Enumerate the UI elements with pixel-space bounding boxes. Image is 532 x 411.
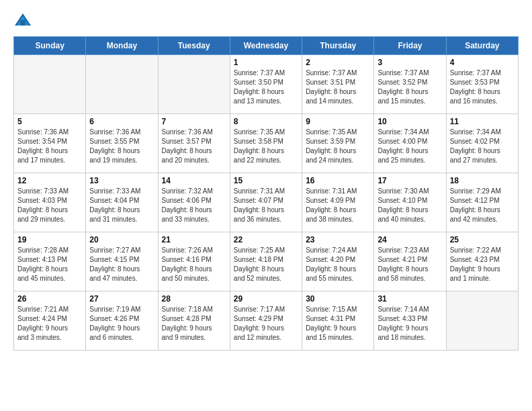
day-number: 12 bbox=[17, 176, 82, 185]
calendar-cell: 12Sunrise: 7:33 AMSunset: 4:03 PMDayligh… bbox=[14, 173, 86, 232]
day-number: 27 bbox=[89, 294, 154, 304]
calendar-cell: 28Sunrise: 7:18 AMSunset: 4:28 PMDayligh… bbox=[158, 291, 230, 351]
calendar-cell: 11Sunrise: 7:34 AMSunset: 4:02 PMDayligh… bbox=[446, 114, 518, 173]
day-info: Sunrise: 7:33 AMSunset: 4:04 PMDaylight:… bbox=[89, 187, 154, 224]
calendar-cell: 10Sunrise: 7:34 AMSunset: 4:00 PMDayligh… bbox=[374, 114, 446, 173]
day-info: Sunrise: 7:28 AMSunset: 4:13 PMDaylight:… bbox=[17, 246, 82, 283]
day-info: Sunrise: 7:29 AMSunset: 4:12 PMDaylight:… bbox=[450, 187, 515, 224]
day-info: Sunrise: 7:31 AMSunset: 4:07 PMDaylight:… bbox=[234, 187, 298, 224]
day-info: Sunrise: 7:34 AMSunset: 4:02 PMDaylight:… bbox=[450, 128, 515, 165]
day-number: 13 bbox=[89, 176, 154, 185]
calendar-cell bbox=[446, 291, 518, 351]
day-info: Sunrise: 7:19 AMSunset: 4:26 PMDaylight:… bbox=[89, 305, 154, 342]
day-info: Sunrise: 7:37 AMSunset: 3:51 PMDaylight:… bbox=[306, 68, 370, 106]
day-info: Sunrise: 7:33 AMSunset: 4:03 PMDaylight:… bbox=[17, 187, 82, 224]
day-number: 18 bbox=[450, 176, 515, 185]
calendar-cell: 29Sunrise: 7:17 AMSunset: 4:29 PMDayligh… bbox=[230, 291, 302, 351]
day-number: 22 bbox=[234, 235, 298, 244]
calendar-cell: 24Sunrise: 7:23 AMSunset: 4:21 PMDayligh… bbox=[374, 232, 446, 291]
calendar-cell: 26Sunrise: 7:21 AMSunset: 4:24 PMDayligh… bbox=[14, 291, 86, 351]
calendar-cell: 23Sunrise: 7:24 AMSunset: 4:20 PMDayligh… bbox=[302, 232, 374, 291]
calendar-cell: 15Sunrise: 7:31 AMSunset: 4:07 PMDayligh… bbox=[230, 173, 302, 232]
calendar-cell bbox=[86, 55, 158, 114]
calendar-week-2: 5Sunrise: 7:36 AMSunset: 3:54 PMDaylight… bbox=[14, 114, 519, 173]
day-info: Sunrise: 7:17 AMSunset: 4:29 PMDaylight:… bbox=[234, 305, 298, 342]
day-number: 19 bbox=[17, 235, 82, 244]
day-of-week-friday: Friday bbox=[374, 37, 446, 55]
day-info: Sunrise: 7:35 AMSunset: 3:59 PMDaylight:… bbox=[306, 128, 370, 165]
svg-rect-2 bbox=[20, 20, 26, 26]
day-info: Sunrise: 7:21 AMSunset: 4:24 PMDaylight:… bbox=[17, 305, 82, 342]
day-number: 11 bbox=[450, 117, 515, 126]
calendar-cell: 31Sunrise: 7:14 AMSunset: 4:33 PMDayligh… bbox=[374, 291, 446, 351]
day-number: 1 bbox=[234, 58, 298, 67]
day-number: 14 bbox=[162, 176, 226, 185]
day-info: Sunrise: 7:37 AMSunset: 3:52 PMDaylight:… bbox=[378, 68, 442, 106]
day-number: 3 bbox=[378, 58, 442, 67]
calendar-cell: 21Sunrise: 7:26 AMSunset: 4:16 PMDayligh… bbox=[158, 232, 230, 291]
day-info: Sunrise: 7:37 AMSunset: 3:53 PMDaylight:… bbox=[450, 68, 515, 106]
day-number: 5 bbox=[17, 117, 82, 126]
day-info: Sunrise: 7:32 AMSunset: 4:06 PMDaylight:… bbox=[162, 187, 226, 224]
day-number: 4 bbox=[450, 58, 515, 67]
calendar-cell: 30Sunrise: 7:15 AMSunset: 4:31 PMDayligh… bbox=[302, 291, 374, 351]
day-info: Sunrise: 7:36 AMSunset: 3:57 PMDaylight:… bbox=[162, 128, 226, 165]
day-info: Sunrise: 7:35 AMSunset: 3:58 PMDaylight:… bbox=[234, 128, 298, 165]
calendar-cell bbox=[14, 55, 86, 114]
calendar: SundayMondayTuesdayWednesdayThursdayFrid… bbox=[13, 36, 519, 351]
day-number: 2 bbox=[306, 58, 370, 67]
day-number: 25 bbox=[450, 235, 515, 244]
header bbox=[13, 11, 519, 30]
calendar-cell: 18Sunrise: 7:29 AMSunset: 4:12 PMDayligh… bbox=[446, 173, 518, 232]
calendar-cell: 8Sunrise: 7:35 AMSunset: 3:58 PMDaylight… bbox=[230, 114, 302, 173]
day-info: Sunrise: 7:15 AMSunset: 4:31 PMDaylight:… bbox=[306, 305, 370, 342]
day-number: 31 bbox=[378, 294, 442, 304]
day-of-week-saturday: Saturday bbox=[446, 37, 518, 55]
day-info: Sunrise: 7:31 AMSunset: 4:09 PMDaylight:… bbox=[306, 187, 370, 224]
calendar-week-5: 26Sunrise: 7:21 AMSunset: 4:24 PMDayligh… bbox=[14, 291, 519, 351]
calendar-cell: 14Sunrise: 7:32 AMSunset: 4:06 PMDayligh… bbox=[158, 173, 230, 232]
day-number: 9 bbox=[306, 117, 370, 126]
calendar-week-1: 1Sunrise: 7:37 AMSunset: 3:50 PMDaylight… bbox=[14, 55, 519, 114]
day-of-week-tuesday: Tuesday bbox=[158, 37, 230, 55]
day-info: Sunrise: 7:24 AMSunset: 4:20 PMDaylight:… bbox=[306, 246, 370, 283]
day-number: 23 bbox=[306, 235, 370, 244]
day-number: 28 bbox=[162, 294, 226, 304]
calendar-week-4: 19Sunrise: 7:28 AMSunset: 4:13 PMDayligh… bbox=[14, 232, 519, 291]
day-number: 17 bbox=[378, 176, 442, 185]
day-number: 30 bbox=[306, 294, 370, 304]
calendar-cell: 13Sunrise: 7:33 AMSunset: 4:04 PMDayligh… bbox=[86, 173, 158, 232]
calendar-cell: 6Sunrise: 7:36 AMSunset: 3:55 PMDaylight… bbox=[86, 114, 158, 173]
calendar-cell: 25Sunrise: 7:22 AMSunset: 4:23 PMDayligh… bbox=[446, 232, 518, 291]
day-info: Sunrise: 7:23 AMSunset: 4:21 PMDaylight:… bbox=[378, 246, 442, 283]
calendar-cell: 4Sunrise: 7:37 AMSunset: 3:53 PMDaylight… bbox=[446, 55, 518, 114]
calendar-week-3: 12Sunrise: 7:33 AMSunset: 4:03 PMDayligh… bbox=[14, 173, 519, 232]
calendar-cell: 9Sunrise: 7:35 AMSunset: 3:59 PMDaylight… bbox=[302, 114, 374, 173]
calendar-cell: 16Sunrise: 7:31 AMSunset: 4:09 PMDayligh… bbox=[302, 173, 374, 232]
day-number: 29 bbox=[234, 294, 298, 304]
day-number: 8 bbox=[234, 117, 298, 126]
logo bbox=[13, 11, 35, 30]
day-of-week-monday: Monday bbox=[86, 37, 158, 55]
calendar-cell bbox=[158, 55, 230, 114]
calendar-cell: 20Sunrise: 7:27 AMSunset: 4:15 PMDayligh… bbox=[86, 232, 158, 291]
day-number: 21 bbox=[162, 235, 226, 244]
calendar-cell: 27Sunrise: 7:19 AMSunset: 4:26 PMDayligh… bbox=[86, 291, 158, 351]
calendar-cell: 1Sunrise: 7:37 AMSunset: 3:50 PMDaylight… bbox=[230, 55, 302, 114]
day-number: 7 bbox=[162, 117, 226, 126]
day-info: Sunrise: 7:34 AMSunset: 4:00 PMDaylight:… bbox=[378, 128, 442, 165]
day-info: Sunrise: 7:37 AMSunset: 3:50 PMDaylight:… bbox=[234, 68, 298, 106]
day-info: Sunrise: 7:27 AMSunset: 4:15 PMDaylight:… bbox=[89, 246, 154, 283]
day-info: Sunrise: 7:30 AMSunset: 4:10 PMDaylight:… bbox=[378, 187, 442, 224]
calendar-cell: 3Sunrise: 7:37 AMSunset: 3:52 PMDaylight… bbox=[374, 55, 446, 114]
day-info: Sunrise: 7:36 AMSunset: 3:55 PMDaylight:… bbox=[89, 128, 154, 165]
day-of-week-thursday: Thursday bbox=[302, 37, 374, 55]
day-number: 24 bbox=[378, 235, 442, 244]
logo-icon bbox=[13, 11, 32, 30]
day-of-week-sunday: Sunday bbox=[14, 37, 86, 55]
day-number: 10 bbox=[378, 117, 442, 126]
day-number: 20 bbox=[89, 235, 154, 244]
day-info: Sunrise: 7:18 AMSunset: 4:28 PMDaylight:… bbox=[162, 305, 226, 342]
day-number: 16 bbox=[306, 176, 370, 185]
day-number: 15 bbox=[234, 176, 298, 185]
